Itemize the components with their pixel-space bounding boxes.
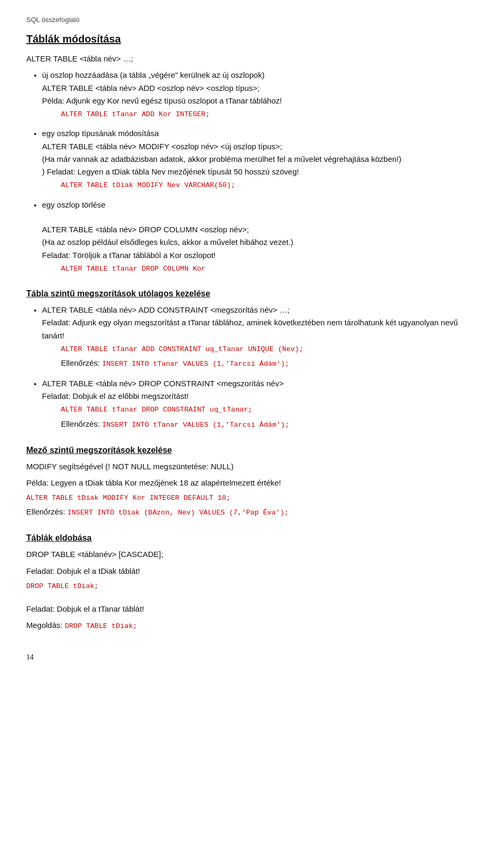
section-heading-tabla-szintu: Tábla szintű megszorítások utólagos keze… [26,289,478,298]
mezo-szintu-pelda: Példa: Legyen a tDiak tábla Kor mezőjéne… [26,477,478,489]
section-tabla-szintu: ALTER TABLE <tábla név> ADD CONSTRAINT <… [26,304,478,431]
bullet-add-constraint: ALTER TABLE <tábla név> ADD CONSTRAINT <… [42,304,478,370]
section-mezo-szintu: MODIFY segítségével (! NOT NULL megszünt… [26,460,478,519]
page-header: SQL összefoglaló [26,16,478,24]
page-number: 14 [26,653,478,662]
alter-table-intro: ALTER TABLE <tábla név> …; [26,53,478,65]
section-heading-mezo-szintu: Mező szintű megszorítások kezelése [26,446,478,455]
section-heading-tablak-eldobasa: Táblák eldobása [26,533,478,543]
bullet-uj-oszlop: új oszlop hozzáadása (a tábla „végére" k… [42,69,478,120]
mezo-szintu-intro: MODIFY segítségével (! NOT NULL megszünt… [26,460,478,472]
mezo-szintu-ellenorzes: Ellenőrzés: INSERT INTO tDiak (DAzon, Ne… [26,506,478,519]
section-tablak-modositasa: ALTER TABLE <tábla név> …; új oszlop hoz… [26,53,478,274]
drop-table-syntax: DROP TABLE <táblanév> [CASCADE]; [26,548,478,560]
bullet-oszlop-torlese: egy oszlop törlése ALTER TABLE <tábla né… [42,199,478,275]
drop-table-feladat2: Feladat: Dobjuk el a tTanar táblát! [26,603,478,615]
section-heading-tablak-modositasa: Táblák módosítása [26,33,478,45]
drop-table-megoldas-label: Megoldás: DROP TABLE tDiak; [26,619,478,632]
section-tablak-eldobasa: DROP TABLE <táblanév> [CASCADE]; Feladat… [26,548,478,632]
bullet-oszlop-modositas: egy oszlop típusának módosítása ALTER TA… [42,127,478,191]
bullet-drop-constraint: ALTER TABLE <tábla név> DROP CONSTRAINT … [42,377,478,431]
drop-table-feladat: Feladat: Dobjuk el a tDiak táblát! [26,565,478,577]
